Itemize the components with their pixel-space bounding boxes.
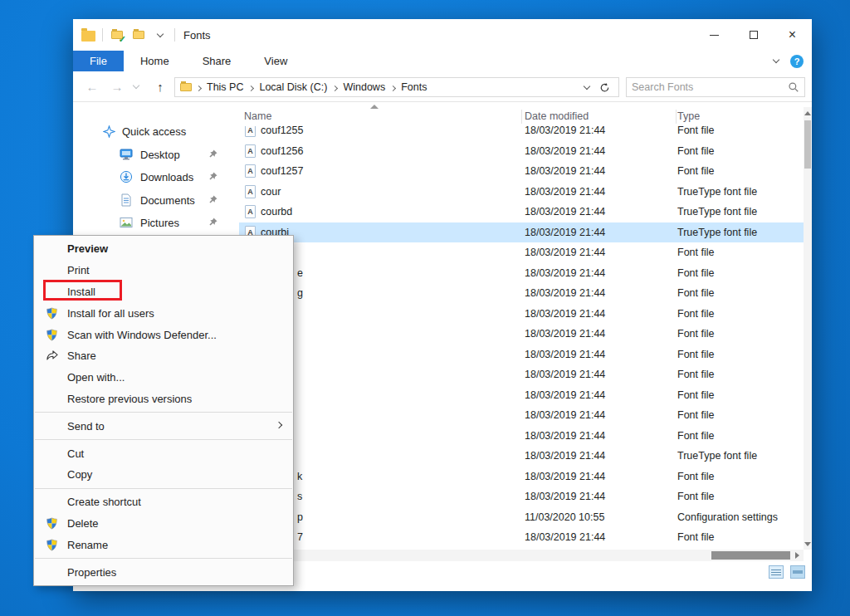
menu-item-install[interactable]: Install [34, 281, 293, 303]
file-row[interactable]: A18/03/2019 21:44Font file [239, 345, 804, 365]
file-row[interactable]: Acouf125618/03/2019 21:44Font file [239, 141, 804, 162]
ribbon-collapse-icon[interactable] [773, 56, 779, 63]
file-type: Font file [677, 409, 714, 421]
file-date-modified: 18/03/2019 21:44 [525, 126, 605, 136]
scroll-up-icon[interactable] [804, 107, 812, 119]
menu-item-share[interactable]: Share [34, 345, 293, 367]
file-row[interactable]: A18/03/2019 21:44Font file [239, 426, 804, 447]
menu-separator [35, 488, 292, 489]
menu-item-label: Copy [67, 468, 92, 481]
search-input[interactable] [632, 81, 788, 93]
address-bar[interactable]: This PC Local Disk (C:) Windows Fonts [174, 77, 619, 97]
sidebar-item-downloads[interactable]: Downloads [73, 165, 239, 188]
menu-item-restore-previous-versions[interactable]: Restore previous versions [34, 389, 293, 410]
column-headers: Name Date modified Type [239, 107, 804, 126]
file-row[interactable]: Acourbi18/03/2019 21:44TrueType font fil… [239, 222, 804, 243]
tab-share[interactable]: Share [186, 51, 248, 71]
file-row[interactable]: A18/03/2019 21:44Font file [239, 304, 804, 325]
file-row[interactable]: A18/03/2019 21:44Font file [239, 242, 804, 263]
menu-item-scan-with-windows-defender[interactable]: Scan with Windows Defender... [34, 324, 293, 345]
file-row[interactable]: A18/03/2019 21:44Font file [239, 385, 804, 406]
menu-item-rename[interactable]: Rename [34, 534, 293, 555]
breadcrumb-local-disk-c[interactable]: Local Disk (C:) [255, 81, 331, 93]
file-row[interactable]: A18/03/2019 21:44Font file [239, 324, 804, 345]
titlebar-separator [174, 28, 175, 42]
scroll-down-icon[interactable] [804, 538, 812, 550]
file-row[interactable]: Acouf125718/03/2019 21:44Font file [239, 161, 804, 182]
breadcrumb-chevron-icon [197, 81, 201, 93]
column-header-type[interactable]: Type [677, 110, 700, 122]
help-button[interactable]: ? [790, 55, 804, 68]
file-row[interactable]: Acour18/03/2019 21:44TrueType font file [239, 182, 804, 203]
menu-item-send-to[interactable]: Send to [34, 415, 293, 437]
file-row[interactable]: A18/03/2019 21:44Font file [239, 405, 804, 426]
menu-item-delete[interactable]: Delete [34, 513, 293, 535]
vertical-scrollbar-thumb[interactable] [804, 120, 811, 169]
menu-item-create-shortcut[interactable]: Create shortcut [34, 491, 293, 513]
refresh-icon[interactable] [599, 82, 610, 93]
file-row[interactable]: A18/03/2019 21:44Font file [239, 364, 804, 385]
horizontal-scrollbar-thumb[interactable] [711, 551, 790, 560]
vertical-scrollbar[interactable] [804, 107, 812, 550]
file-row[interactable]: Ae18/03/2019 21:44Font file [239, 263, 804, 284]
forward-button[interactable]: → [106, 71, 128, 102]
file-type: Font file [677, 165, 714, 177]
sidebar-item-desktop[interactable]: Desktop [73, 143, 239, 166]
sidebar-label: Downloads [140, 171, 193, 183]
column-divider[interactable] [676, 110, 677, 124]
file-row[interactable]: As18/03/2019 21:44Font file [239, 486, 804, 507]
thumbnail-view-icon[interactable] [790, 565, 805, 579]
qat-folder-check-icon[interactable]: ✓ [110, 27, 125, 42]
qat-customize-chevron-icon[interactable] [153, 27, 168, 42]
file-type: Font file [677, 531, 714, 543]
file-row[interactable]: Ap11/03/2020 10:55Configuration settings [239, 507, 804, 528]
close-button[interactable]: × [773, 19, 812, 51]
file-row[interactable]: Acouf125518/03/2019 21:44Font file [239, 126, 804, 141]
back-button[interactable]: ← [81, 71, 103, 102]
breadcrumb-this-pc[interactable]: This PC [203, 81, 247, 93]
pictures-icon [120, 216, 133, 229]
menu-item-open-with[interactable]: Open with... [34, 367, 293, 389]
scroll-right-icon[interactable] [792, 550, 802, 561]
sort-ascending-icon[interactable] [370, 105, 379, 109]
menu-separator [35, 439, 292, 440]
file-name: couf1257 [261, 165, 303, 177]
file-date-modified: 18/03/2019 21:44 [525, 369, 605, 380]
menu-item-install-for-all-users[interactable]: Install for all users [34, 302, 293, 324]
file-row[interactable]: A18/03/2019 21:44TrueType font file [239, 446, 804, 467]
sidebar-item-documents[interactable]: Documents [73, 188, 239, 212]
breadcrumb-windows[interactable]: Windows [339, 81, 389, 93]
column-header-name[interactable]: Name [244, 110, 271, 122]
tab-view[interactable]: View [247, 51, 304, 71]
file-date-modified: 18/03/2019 21:44 [525, 165, 605, 177]
file-type: Font file [677, 430, 714, 442]
file-row[interactable]: Acourbd18/03/2019 21:44TrueType font fil… [239, 202, 804, 222]
menu-item-preview[interactable]: Preview [34, 238, 293, 260]
menu-item-label: Scan with Windows Defender... [67, 329, 217, 341]
sidebar-item-quick-access[interactable]: Quick access [73, 120, 239, 143]
file-name: couf1256 [261, 145, 303, 157]
breadcrumb-fonts[interactable]: Fonts [397, 81, 431, 93]
column-header-date-modified[interactable]: Date modified [525, 110, 589, 122]
sidebar-item-pictures[interactable]: Pictures [73, 211, 239, 234]
menu-item-cut[interactable]: Cut [34, 442, 293, 464]
search-icon[interactable] [788, 81, 799, 93]
tab-file[interactable]: File [73, 51, 124, 71]
tab-home[interactable]: Home [124, 51, 186, 71]
up-button[interactable]: ↑ [149, 71, 171, 102]
recent-locations-chevron-icon[interactable] [129, 71, 143, 102]
file-row[interactable]: A718/03/2019 21:44Font file [239, 527, 804, 548]
address-dropdown-icon[interactable] [584, 82, 590, 89]
details-view-icon[interactable] [769, 565, 784, 579]
file-row[interactable]: Ak18/03/2019 21:44Font file [239, 467, 804, 487]
maximize-button[interactable] [734, 19, 773, 51]
minimize-button[interactable] [695, 19, 734, 51]
column-divider[interactable] [521, 110, 522, 124]
qat-folder-icon[interactable] [131, 27, 146, 42]
file-row[interactable]: Ag18/03/2019 21:44Font file [239, 283, 804, 304]
file-type: Font file [677, 287, 714, 299]
menu-item-print[interactable]: Print [34, 260, 293, 281]
menu-item-copy[interactable]: Copy [34, 464, 293, 486]
horizontal-scrollbar[interactable] [239, 550, 804, 561]
menu-item-properties[interactable]: Properties [34, 561, 293, 583]
